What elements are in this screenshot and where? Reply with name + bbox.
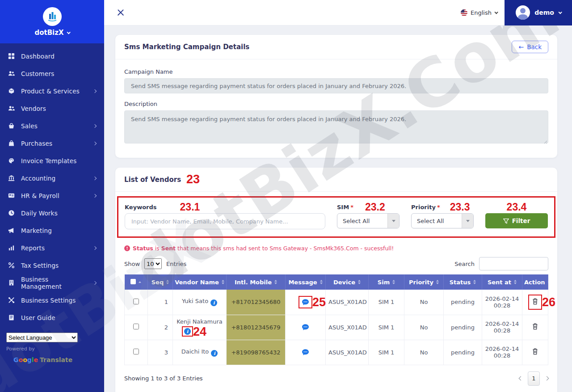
mobile-cell: +817012345680: [227, 290, 286, 315]
sidebar-item-label: Reports: [21, 244, 45, 252]
col-sent-at[interactable]: Sent at: [482, 274, 522, 290]
palette-icon: [8, 157, 15, 164]
annotation-box-26: 26: [528, 295, 542, 310]
sidebar-item-business-settings[interactable]: Business Settings: [0, 291, 104, 309]
sidebar-item-label: Accounting: [21, 175, 55, 182]
search-input[interactable]: [479, 257, 548, 270]
delete-button[interactable]: [531, 322, 539, 333]
back-button[interactable]: Back: [512, 41, 548, 53]
status-note: Status is Sent that means this sms had s…: [124, 245, 548, 252]
chevron-right-icon: [93, 246, 97, 249]
sidebar-item-tax-settings[interactable]: Tax Settings: [0, 257, 104, 274]
sent-at-cell: 2026-02-1400:28: [482, 290, 522, 315]
description-field[interactable]: Send SMS message regarding payment statu…: [124, 110, 548, 143]
sidebar-item-dashboard[interactable]: Dashboard: [0, 47, 104, 65]
col-device[interactable]: Device: [326, 274, 369, 290]
delete-button[interactable]: [531, 347, 539, 358]
trash-icon: [532, 323, 538, 330]
sidebar-item-vendors[interactable]: Vendors: [0, 100, 104, 117]
sidebar-item-label: Sales: [21, 122, 38, 130]
chevron-right-icon: [93, 194, 97, 197]
translate-language-select[interactable]: Select Language: [6, 333, 78, 342]
page-number-button[interactable]: 1: [528, 371, 540, 386]
sidebar-item-label: Product & Services: [21, 88, 80, 95]
sidebar-item-business-management[interactable]: Business Management: [0, 274, 104, 291]
description-label: Description: [124, 101, 548, 107]
col-vendor-name[interactable]: Vendor Name: [173, 274, 227, 290]
arrow-left-icon: [518, 43, 524, 51]
col-priority[interactable]: Priority: [404, 274, 444, 290]
sidebar-item-purchases[interactable]: Purchases: [0, 135, 104, 152]
delete-button[interactable]: [531, 297, 539, 308]
sidebar-item-customers[interactable]: Customers: [0, 65, 104, 82]
select-all-checkbox[interactable]: [130, 279, 136, 284]
annotation-23: 23: [186, 173, 200, 185]
table-row: 2 Kenji Nakamura 24 +818012: [125, 315, 548, 340]
sidebar: dotBizX Dashboard Customers Product & Se…: [0, 0, 104, 392]
annotation-box-25: 25: [299, 296, 312, 308]
action-cell: [522, 340, 548, 365]
sidebar-item-products[interactable]: Product & Services: [0, 82, 104, 100]
vendors-table: Seq Vendor Name Intl. Mobile Message Dev…: [124, 274, 548, 365]
sidebar-item-reports[interactable]: Reports: [0, 239, 104, 257]
vendors-card: List of Vendors 23 Keywords 23.1: [115, 168, 557, 392]
sidebar-item-accounting[interactable]: Accounting: [0, 169, 104, 187]
google-translate-logo[interactable]: GoogleTranslate: [6, 356, 98, 363]
sidebar-item-hr-payroll[interactable]: HR & Payroll: [0, 187, 104, 204]
chevron-right-icon: [93, 281, 97, 284]
keywords-input[interactable]: [125, 213, 325, 229]
page-size-select[interactable]: 10: [144, 258, 162, 269]
filter-button[interactable]: Filter: [485, 213, 548, 228]
sim-cell: SIM 1: [369, 290, 404, 315]
seq-cell: 3: [148, 340, 173, 365]
status-cell: pending: [444, 315, 482, 340]
sidebar-item-sales[interactable]: Sales: [0, 117, 104, 135]
sidebar-item-label: Purchases: [21, 140, 52, 147]
col-message[interactable]: Message: [286, 274, 326, 290]
info-icon[interactable]: [210, 299, 217, 306]
col-status[interactable]: Status: [444, 274, 482, 290]
sim-cell: SIM 1: [369, 340, 404, 365]
basket-icon: [8, 122, 15, 129]
sim-select[interactable]: Select All: [337, 213, 400, 228]
seq-cell: 1: [148, 290, 173, 315]
mobile-cell: +819098765432: [227, 340, 286, 365]
row-checkbox[interactable]: [133, 324, 139, 329]
row-checkbox[interactable]: [133, 299, 139, 304]
message-icon[interactable]: [301, 298, 310, 306]
chevron-down-icon: [387, 214, 399, 228]
sidebar-item-label: Daily Works: [21, 210, 58, 217]
sidebar-brand-header[interactable]: dotBizX: [0, 0, 104, 43]
priority-cell: No: [404, 290, 444, 315]
sidebar-item-label: HR & Payroll: [21, 192, 59, 199]
sidebar-item-invoice-templates[interactable]: Invoice Templates: [0, 152, 104, 169]
sidebar-item-daily-works[interactable]: Daily Works: [0, 204, 104, 222]
sidebar-item-marketing[interactable]: Marketing: [0, 222, 104, 239]
select-all-header[interactable]: [125, 274, 148, 290]
sidebar-item-user-guide[interactable]: User Guide: [0, 309, 104, 326]
col-action[interactable]: Action: [522, 274, 548, 290]
campaign-name-field[interactable]: [124, 78, 548, 93]
sim-label: SIM*: [337, 204, 353, 211]
user-menu[interactable]: demo: [505, 0, 572, 25]
close-icon[interactable]: [116, 8, 125, 17]
percent-icon: [8, 262, 15, 269]
funnel-icon: [503, 218, 509, 224]
message-icon[interactable]: [301, 349, 310, 355]
col-seq[interactable]: Seq: [148, 274, 173, 290]
prev-page-icon[interactable]: [519, 376, 523, 381]
col-sim[interactable]: Sim: [369, 274, 404, 290]
info-icon[interactable]: [211, 350, 218, 357]
message-icon[interactable]: [301, 324, 310, 330]
tools-icon: [8, 297, 15, 303]
next-page-icon[interactable]: [545, 376, 549, 381]
info-icon[interactable]: [184, 328, 191, 335]
sidebar-item-label: Vendors: [21, 105, 46, 112]
language-dropdown[interactable]: English: [461, 9, 497, 16]
chevron-down-icon: [462, 214, 473, 228]
annotation-box-24: 24: [182, 326, 193, 337]
col-intl-mobile[interactable]: Intl. Mobile: [227, 274, 286, 290]
row-checkbox[interactable]: [133, 349, 139, 354]
clock-icon: [8, 210, 15, 216]
priority-select[interactable]: Select All: [411, 213, 474, 228]
